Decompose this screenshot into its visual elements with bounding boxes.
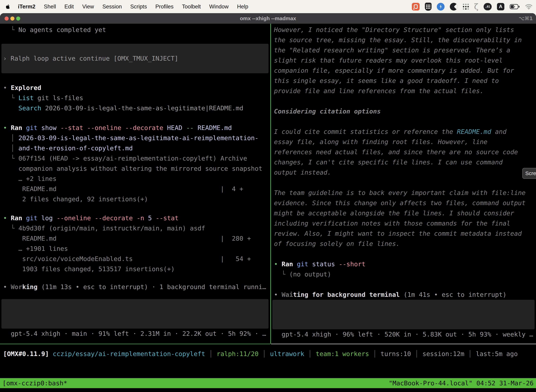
menu-item-view[interactable]: View xyxy=(82,4,94,10)
git-show-section: • Ran git show --stat --oneline --decora… xyxy=(3,123,270,204)
terminal-line: evidence. Since this change only affects… xyxy=(274,198,536,208)
letter-a-icon[interactable]: A xyxy=(497,2,504,11)
title-bar[interactable]: omx --xhigh --madmax ⌥⌘1 xyxy=(0,13,536,24)
terminal-line: • Ran git status --short xyxy=(274,259,536,269)
menu-item-edit[interactable]: Edit xyxy=(64,4,74,10)
git-log-section: • Ran git log --oneline --decorate -n 5 … xyxy=(3,213,270,274)
terminal-line: slight risk that future readers may over… xyxy=(274,55,536,65)
grid-dots-icon[interactable] xyxy=(463,2,469,11)
menu-item-profiles[interactable]: Profiles xyxy=(155,4,173,10)
tmux-status-bar: [omx-cczip0:bash* "MacBook-Pro-44.local"… xyxy=(0,378,536,388)
terminal-line: … +1901 lines xyxy=(3,244,270,254)
terminal-line: … +2 lines xyxy=(3,174,270,184)
apple-icon xyxy=(5,4,10,9)
terminal-area: └ No agents completed yet › Ralph loop a… xyxy=(0,24,536,392)
spacer xyxy=(3,274,270,282)
menu-item-shell[interactable]: Shell xyxy=(44,4,56,10)
pane-divider-horizontal-left[interactable] xyxy=(0,344,270,344)
left-prompt-input[interactable]: › Improve documentation in @filename xyxy=(1,299,268,329)
terminal-line: • Ran git log --oneline --decorate -n 5 … xyxy=(3,213,270,223)
terminal-line: including verification notes with those … xyxy=(274,218,536,229)
terminal-line: The team guideline is to back every impo… xyxy=(274,188,536,198)
apple-menu[interactable] xyxy=(5,4,10,10)
terminal-line: Considering citation options xyxy=(274,106,536,117)
terminal-line: README.md | 280 + xyxy=(3,233,270,244)
terminal-line: └ No agents completed yet xyxy=(3,25,270,35)
right-prompt-input[interactable]: › Improve documentation in @filename xyxy=(273,300,535,329)
right-terminal-pane[interactable]: However, I noticed the "Directory Struct… xyxy=(271,24,536,344)
terminal-line: output instead. xyxy=(274,167,536,177)
screen-notification-chip[interactable]: Scre xyxy=(522,168,536,179)
menu-item-session[interactable]: Session xyxy=(102,4,122,10)
shield-grid-icon[interactable] xyxy=(425,2,431,11)
terminal-line: • Explored xyxy=(3,83,270,93)
menu-item-help[interactable]: Help xyxy=(237,4,248,10)
ralph-loop-box[interactable]: › Ralph loop active continue [OMX_TMUX_I… xyxy=(1,44,268,73)
working-status-line: • Working (11m 13s • esc to interrupt) ·… xyxy=(3,282,270,292)
battery-icon[interactable] xyxy=(510,2,520,11)
badge-61-icon[interactable]: ..61 xyxy=(483,2,492,11)
spacer xyxy=(3,204,270,213)
zoom-button[interactable] xyxy=(16,17,20,21)
terminal-line: Search 2026-03-09-is-legal-the-same-as-l… xyxy=(3,103,270,113)
close-button[interactable] xyxy=(5,17,9,21)
terminal-line: README.md | 4 + xyxy=(3,184,270,194)
explored-section: • Explored └ List git ls-files Search 20… xyxy=(3,83,270,113)
terminal-line: this single essay, it seems like a good … xyxy=(274,76,536,86)
terminal-line xyxy=(274,117,536,127)
menu-bar: iTerm2ShellEditViewSessionScriptsProfile… xyxy=(0,0,536,13)
terminal-line: │ and-the-erosion-of-copyleft.md xyxy=(3,143,270,153)
messages-icon[interactable] xyxy=(412,2,420,11)
blue-bolt-icon[interactable] xyxy=(437,2,445,11)
window-shortcut-hint: ⌥⌘1 xyxy=(519,15,533,21)
menu-item-window[interactable]: Window xyxy=(209,4,229,10)
terminal-line: might be acceptable alongside the file l… xyxy=(274,208,536,218)
terminal-line: provide file and line references from th… xyxy=(274,86,536,96)
window-controls xyxy=(5,13,20,24)
terminal-line: └ 067f154 (HEAD -> essay/ai-reimplementa… xyxy=(3,153,270,163)
reasoning-text: However, I noticed the "Directory Struct… xyxy=(274,25,536,300)
spacer xyxy=(3,292,270,299)
terminal-line: the "Related research writing" section i… xyxy=(274,45,536,55)
terminal-line: 2 files changed, 92 insertions(+) xyxy=(3,194,270,204)
terminal-line: references need actual files, and since … xyxy=(274,147,536,157)
terminal-line: • Ran git show --stat --oneline --decora… xyxy=(3,123,270,133)
terminal-line xyxy=(274,177,536,188)
terminal-line: 1903 files changed, 513517 insertions(+) xyxy=(3,264,270,274)
hook-icon[interactable]: ζ xyxy=(474,2,478,11)
terminal-line: [OMX#0.11.9] cczip/essay/ai-reimplementa… xyxy=(3,349,536,359)
spacer xyxy=(3,73,270,83)
terminal-line: I could cite commit statistics or refere… xyxy=(274,127,536,137)
terminal-line: └ List git ls-files xyxy=(3,93,270,103)
menu-item-iterm2[interactable]: iTerm2 xyxy=(18,4,35,10)
menu-status-icons: ζ ..61 A xyxy=(412,2,532,11)
terminal-line: review. Also, I might want to inspect th… xyxy=(274,229,536,239)
menu-item-scripts[interactable]: Scripts xyxy=(130,4,147,10)
right-model-status-line: gpt-5.4 xhigh · 96% left · 520K in · 5.8… xyxy=(274,329,536,340)
pane-divider-horizontal-right[interactable] xyxy=(271,344,536,344)
terminal-line: › Ralph loop active continue [OMX_TMUX_I… xyxy=(3,53,178,64)
terminal-line xyxy=(274,280,536,289)
window-title: omx --xhigh --madmax xyxy=(240,15,296,21)
terminal-line: companion analysis without altering the … xyxy=(3,163,270,174)
terminal-line: gpt-5.4 xhigh · 96% left · 520K in · 5.8… xyxy=(274,329,536,340)
omx-status-line: [OMX#0.11.9] cczip/essay/ai-reimplementa… xyxy=(3,349,536,359)
wifi-icon[interactable] xyxy=(525,2,532,11)
menu-item-toolbelt[interactable]: Toolbelt xyxy=(182,4,201,10)
terminal-line: └ 4b9d30f (origin/main, instructkr/main,… xyxy=(3,223,270,233)
minimize-button[interactable] xyxy=(10,17,14,21)
terminal-line: However, I noticed the "Directory Struct… xyxy=(274,25,536,35)
tmux-session-label: [omx-cczip0:bash* xyxy=(2,378,67,388)
terminal-line: • Waiting for background terminal (1m 41… xyxy=(274,289,536,300)
terminal-line: └ (no output) xyxy=(274,269,536,280)
ralph-loop-line: › Ralph loop active continue [OMX_TMUX_I… xyxy=(3,53,178,64)
terminal-line: changes, I can't cite specific file line… xyxy=(274,157,536,167)
tmux-host-clock: "MacBook-Pro-44.local" 04:52 31-Mar-26 xyxy=(389,378,534,388)
left-terminal-pane[interactable]: └ No agents completed yet › Ralph loop a… xyxy=(0,24,270,344)
terminal-line: • Working (11m 13s • esc to interrupt) ·… xyxy=(3,282,270,292)
terminal-line xyxy=(274,249,536,259)
terminal-line: the source tree, missing the essay. Stil… xyxy=(274,35,536,45)
spacer xyxy=(3,35,270,44)
terminal-line: gpt-5.4 xhigh · main · 91% left · 2.31M … xyxy=(3,329,270,339)
shutter-icon[interactable] xyxy=(450,2,458,11)
